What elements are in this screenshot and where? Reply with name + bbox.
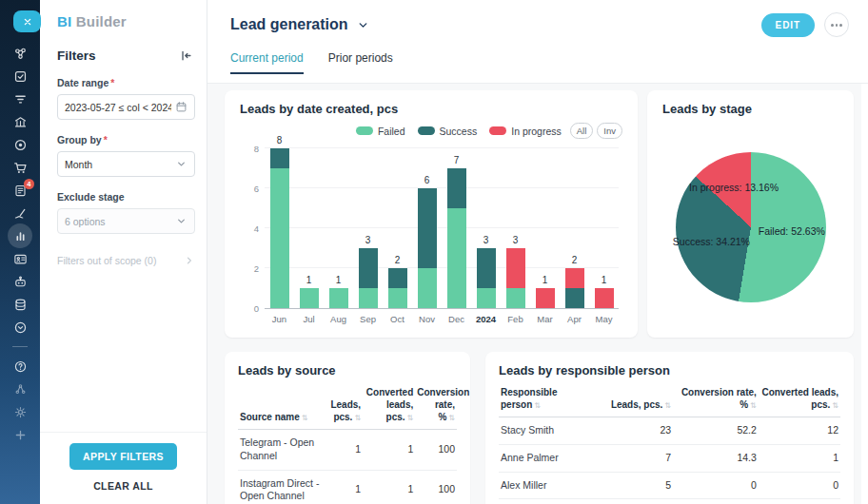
column-header-label: Converted leads, pcs. bbox=[761, 387, 838, 410]
column-header[interactable]: Converted leads, pcs.⇅ bbox=[363, 384, 415, 430]
tab-current-period[interactable]: Current period bbox=[230, 51, 304, 74]
sidebar-item-goals[interactable] bbox=[0, 133, 40, 156]
sidebar-item-help[interactable] bbox=[0, 355, 40, 378]
bar-segment-in_progress bbox=[595, 288, 614, 308]
bar-stack bbox=[565, 268, 584, 308]
x-axis-label: Jul bbox=[294, 314, 324, 324]
sidebar-item-company[interactable] bbox=[0, 110, 40, 133]
sidebar-item-contacts[interactable] bbox=[0, 247, 40, 270]
bar-value-label: 8 bbox=[277, 135, 283, 145]
legend-item-failed[interactable]: Failed bbox=[356, 126, 405, 137]
table-title: Leads by responsible person bbox=[499, 363, 840, 378]
sort-icon: ⇅ bbox=[664, 401, 671, 410]
bar-column-2024[interactable]: 3 bbox=[471, 149, 501, 308]
sidebar-item-integrations[interactable] bbox=[0, 42, 40, 65]
sidebar-item-database[interactable] bbox=[0, 293, 40, 316]
column-header[interactable]: Conversion rate, %⇅ bbox=[415, 384, 457, 430]
scrollbar[interactable] bbox=[861, 84, 868, 504]
bar-column-jun[interactable]: 8 bbox=[265, 149, 294, 308]
group-by-select[interactable]: Month bbox=[57, 151, 195, 177]
legend-item-in_progress[interactable]: In progress bbox=[489, 126, 562, 137]
table-row[interactable]: Tom Williams100 bbox=[499, 499, 840, 504]
bar-value-label: 6 bbox=[424, 175, 430, 185]
toggle-all-button[interactable]: All bbox=[570, 123, 594, 139]
app-logo: BI Builder bbox=[40, 0, 207, 29]
clear-all-button[interactable]: CLEAR ALL bbox=[88, 479, 159, 493]
sidebar-item-add[interactable] bbox=[0, 423, 40, 446]
table-cell: 1 bbox=[363, 430, 415, 470]
bar-column-oct[interactable]: 2 bbox=[383, 149, 412, 308]
leads-by-responsible-table: Responsible person⇅Leads, pcs.⇅Conversio… bbox=[499, 384, 840, 504]
table-cell: 100 bbox=[415, 430, 457, 470]
bar-column-may[interactable]: 1 bbox=[589, 149, 619, 308]
x-axis-label: Oct bbox=[383, 314, 412, 324]
table-row[interactable]: Alex Miller500 bbox=[499, 472, 840, 499]
table-cell: 14.3 bbox=[673, 445, 759, 473]
column-header[interactable]: Leads, pcs.⇅ bbox=[326, 384, 363, 430]
bar-value-label: 1 bbox=[602, 275, 607, 285]
sort-icon: ⇅ bbox=[407, 414, 414, 422]
group-by-label: Group by* bbox=[57, 134, 195, 145]
table-title: Leads by source bbox=[238, 363, 457, 378]
sidebar-item-bot[interactable] bbox=[0, 270, 40, 293]
bar-column-sep[interactable]: 3 bbox=[353, 149, 383, 308]
column-header[interactable]: Converted leads, pcs.⇅ bbox=[759, 384, 840, 417]
bar-column-dec[interactable]: 7 bbox=[442, 149, 471, 308]
table-cell: Instagram Direct - Open Channel bbox=[238, 470, 326, 504]
table-row[interactable]: Telegram - Open Channel11100 bbox=[238, 430, 457, 470]
edit-button[interactable]: EDIT bbox=[761, 13, 815, 37]
bar-segment-failed bbox=[300, 288, 319, 308]
bar-column-aug[interactable]: 1 bbox=[324, 149, 353, 308]
sidebar-item-forms[interactable]: 4 bbox=[0, 179, 40, 202]
column-header[interactable]: Responsible person⇅ bbox=[499, 384, 602, 417]
bar-segment-failed bbox=[388, 288, 407, 308]
more-options-button[interactable] bbox=[824, 12, 849, 37]
bar-segment-in_progress bbox=[536, 288, 555, 308]
bar-column-feb[interactable]: 3 bbox=[501, 149, 530, 308]
tab-prior-periods[interactable]: Prior periods bbox=[328, 51, 393, 74]
legend-label: In progress bbox=[511, 126, 562, 137]
table-row[interactable]: Anne Palmer714.31 bbox=[499, 445, 840, 473]
bar-column-mar[interactable]: 1 bbox=[530, 149, 560, 308]
apply-filters-button[interactable]: APPLY FILTERS bbox=[69, 443, 177, 470]
column-header[interactable]: Conversion rate, %⇅ bbox=[673, 384, 759, 417]
close-button[interactable] bbox=[13, 10, 41, 32]
x-axis-label: 2024 bbox=[471, 314, 501, 324]
sidebar-item-settings[interactable] bbox=[0, 400, 40, 423]
bar-column-nov[interactable]: 6 bbox=[412, 149, 442, 308]
chart-toggle-buttons: AllInv bbox=[570, 123, 622, 139]
sidebar-item-analytics[interactable] bbox=[0, 224, 40, 247]
sidebar-item-signature[interactable] bbox=[0, 202, 40, 224]
sidebar-item-funnel[interactable] bbox=[0, 87, 40, 110]
column-header[interactable]: Source name⇅ bbox=[238, 384, 326, 430]
table-row[interactable]: Stacy Smith2352.212 bbox=[499, 417, 840, 445]
sidebar-item-collapse-rail[interactable] bbox=[0, 316, 40, 339]
sort-icon: ⇅ bbox=[750, 401, 757, 410]
sidebar-item-hierarchy[interactable] bbox=[0, 378, 40, 400]
table-row[interactable]: Instagram Direct - Open Channel11100 bbox=[238, 470, 457, 504]
column-header[interactable]: Leads, pcs.⇅ bbox=[602, 384, 673, 417]
bar-column-apr[interactable]: 2 bbox=[560, 149, 589, 308]
exclude-stage-select[interactable]: 6 options bbox=[57, 208, 195, 234]
toggle-inv-button[interactable]: Inv bbox=[597, 123, 622, 139]
dashboard-header: Lead generation EDIT Current periodPrior… bbox=[207, 0, 868, 84]
table-cell: Telegram - Open Channel bbox=[238, 430, 326, 470]
legend-item-success[interactable]: Success bbox=[418, 126, 478, 137]
y-axis-tick: 4 bbox=[254, 223, 259, 234]
main-area: Lead generation EDIT Current periodPrior… bbox=[207, 0, 868, 504]
date-range-input[interactable]: 2023-05-27 ≤ col < 2024... bbox=[57, 94, 195, 120]
calendar-icon bbox=[175, 101, 187, 113]
sidebar-item-tasks[interactable] bbox=[0, 65, 40, 87]
dashboard-switcher[interactable] bbox=[357, 19, 369, 31]
sidebar-item-shop[interactable] bbox=[0, 156, 40, 179]
y-axis-tick: 6 bbox=[254, 184, 259, 194]
filters-panel: BI Builder Filters Date range* 2023-05-2… bbox=[40, 0, 207, 504]
collapse-panel-button[interactable] bbox=[179, 48, 193, 63]
bar-column-jul[interactable]: 1 bbox=[294, 149, 324, 308]
table-cell: Stacy Smith bbox=[499, 417, 602, 445]
filters-out-of-scope-link[interactable]: Filters out of scope (0) bbox=[57, 255, 195, 266]
table-cell: 0 bbox=[673, 472, 759, 499]
chevron-right-icon bbox=[184, 255, 195, 266]
column-header-label: Source name bbox=[240, 412, 300, 422]
table-cell: 1 bbox=[602, 499, 673, 504]
